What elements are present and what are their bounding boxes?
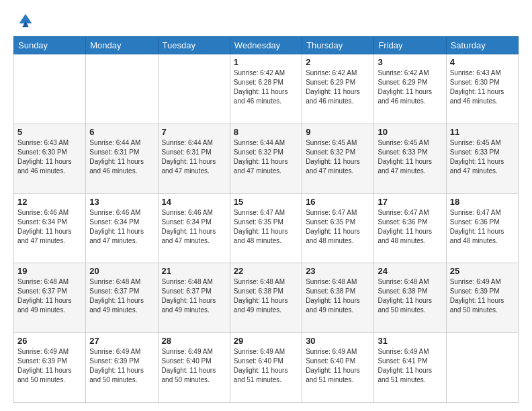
calendar-cell: 1Sunrise: 6:42 AMSunset: 6:28 PMDaylight…: [230, 54, 302, 124]
day-number: 1: [234, 57, 298, 67]
logo-icon: [16, 11, 35, 30]
day-number: 6: [89, 127, 154, 137]
cell-content: Sunrise: 6:49 AMSunset: 6:39 PMDaylight:…: [450, 277, 515, 315]
cell-content: Sunrise: 6:46 AMSunset: 6:34 PMDaylight:…: [17, 208, 82, 246]
calendar-cell: 7Sunrise: 6:44 AMSunset: 6:31 PMDaylight…: [158, 124, 230, 193]
calendar-cell: [446, 333, 518, 403]
calendar-cell: 15Sunrise: 6:47 AMSunset: 6:35 PMDayligh…: [230, 193, 302, 263]
calendar-day-header: Thursday: [302, 37, 374, 54]
calendar-cell: 22Sunrise: 6:48 AMSunset: 6:38 PMDayligh…: [230, 263, 302, 333]
day-number: 12: [17, 197, 82, 207]
calendar-day-header: Sunday: [14, 37, 86, 54]
calendar-table: SundayMondayTuesdayWednesdayThursdayFrid…: [13, 36, 519, 403]
calendar-day-header: Wednesday: [230, 37, 302, 54]
day-number: 29: [234, 336, 298, 346]
calendar-week-row: 19Sunrise: 6:48 AMSunset: 6:37 PMDayligh…: [14, 263, 519, 333]
cell-content: Sunrise: 6:49 AMSunset: 6:40 PMDaylight:…: [234, 347, 298, 385]
cell-content: Sunrise: 6:48 AMSunset: 6:38 PMDaylight:…: [234, 277, 298, 315]
cell-content: Sunrise: 6:47 AMSunset: 6:36 PMDaylight:…: [450, 208, 515, 246]
day-number: 26: [17, 336, 82, 346]
cell-content: Sunrise: 6:48 AMSunset: 6:37 PMDaylight:…: [89, 277, 154, 315]
day-number: 3: [378, 57, 442, 67]
calendar-cell: 14Sunrise: 6:46 AMSunset: 6:34 PMDayligh…: [158, 193, 230, 263]
cell-content: Sunrise: 6:49 AMSunset: 6:40 PMDaylight:…: [162, 347, 226, 385]
calendar-day-header: Friday: [374, 37, 446, 54]
calendar-cell: 19Sunrise: 6:48 AMSunset: 6:37 PMDayligh…: [14, 263, 86, 333]
calendar-header-row: SundayMondayTuesdayWednesdayThursdayFrid…: [14, 37, 519, 54]
calendar-day-header: Monday: [86, 37, 158, 54]
day-number: 11: [450, 127, 515, 137]
calendar-cell: 27Sunrise: 6:49 AMSunset: 6:39 PMDayligh…: [86, 333, 158, 403]
day-number: 4: [450, 57, 515, 67]
day-number: 30: [306, 336, 370, 346]
calendar-cell: 8Sunrise: 6:44 AMSunset: 6:32 PMDaylight…: [230, 124, 302, 193]
day-number: 5: [17, 127, 82, 137]
cell-content: Sunrise: 6:44 AMSunset: 6:32 PMDaylight:…: [234, 138, 298, 176]
calendar-cell: 17Sunrise: 6:47 AMSunset: 6:36 PMDayligh…: [374, 193, 446, 263]
cell-content: Sunrise: 6:47 AMSunset: 6:35 PMDaylight:…: [306, 208, 370, 246]
day-number: 23: [306, 266, 370, 276]
cell-content: Sunrise: 6:46 AMSunset: 6:34 PMDaylight:…: [89, 208, 154, 246]
calendar-cell: 3Sunrise: 6:42 AMSunset: 6:29 PMDaylight…: [374, 54, 446, 124]
calendar-week-row: 26Sunrise: 6:49 AMSunset: 6:39 PMDayligh…: [14, 333, 519, 403]
calendar-cell: 20Sunrise: 6:48 AMSunset: 6:37 PMDayligh…: [86, 263, 158, 333]
cell-content: Sunrise: 6:45 AMSunset: 6:32 PMDaylight:…: [306, 138, 370, 176]
day-number: 7: [162, 127, 226, 137]
day-number: 2: [306, 57, 370, 67]
cell-content: Sunrise: 6:47 AMSunset: 6:35 PMDaylight:…: [234, 208, 298, 246]
calendar-cell: 28Sunrise: 6:49 AMSunset: 6:40 PMDayligh…: [158, 333, 230, 403]
day-number: 14: [162, 197, 226, 207]
cell-content: Sunrise: 6:42 AMSunset: 6:28 PMDaylight:…: [234, 68, 298, 106]
day-number: 25: [450, 266, 515, 276]
page: SundayMondayTuesdayWednesdayThursdayFrid…: [0, 0, 532, 411]
cell-content: Sunrise: 6:46 AMSunset: 6:34 PMDaylight:…: [162, 208, 226, 246]
cell-content: Sunrise: 6:44 AMSunset: 6:31 PMDaylight:…: [89, 138, 154, 176]
cell-content: Sunrise: 6:49 AMSunset: 6:40 PMDaylight:…: [306, 347, 370, 385]
day-number: 17: [378, 197, 442, 207]
calendar-cell: [14, 54, 86, 124]
calendar-cell: 18Sunrise: 6:47 AMSunset: 6:36 PMDayligh…: [446, 193, 518, 263]
calendar-day-header: Tuesday: [158, 37, 230, 54]
calendar-week-row: 5Sunrise: 6:43 AMSunset: 6:30 PMDaylight…: [14, 124, 519, 193]
calendar-cell: 25Sunrise: 6:49 AMSunset: 6:39 PMDayligh…: [446, 263, 518, 333]
calendar-cell: [86, 54, 158, 124]
cell-content: Sunrise: 6:42 AMSunset: 6:29 PMDaylight:…: [378, 68, 442, 106]
calendar-cell: 30Sunrise: 6:49 AMSunset: 6:40 PMDayligh…: [302, 333, 374, 403]
cell-content: Sunrise: 6:48 AMSunset: 6:37 PMDaylight:…: [162, 277, 226, 315]
calendar-cell: 2Sunrise: 6:42 AMSunset: 6:29 PMDaylight…: [302, 54, 374, 124]
calendar-week-row: 1Sunrise: 6:42 AMSunset: 6:28 PMDaylight…: [14, 54, 519, 124]
cell-content: Sunrise: 6:43 AMSunset: 6:30 PMDaylight:…: [17, 138, 82, 176]
header: [13, 11, 519, 30]
calendar-cell: 21Sunrise: 6:48 AMSunset: 6:37 PMDayligh…: [158, 263, 230, 333]
calendar-cell: 5Sunrise: 6:43 AMSunset: 6:30 PMDaylight…: [14, 124, 86, 193]
cell-content: Sunrise: 6:43 AMSunset: 6:30 PMDaylight:…: [450, 68, 515, 106]
calendar-cell: 6Sunrise: 6:44 AMSunset: 6:31 PMDaylight…: [86, 124, 158, 193]
calendar-cell: 12Sunrise: 6:46 AMSunset: 6:34 PMDayligh…: [14, 193, 86, 263]
day-number: 20: [89, 266, 154, 276]
logo: [13, 11, 35, 30]
cell-content: Sunrise: 6:45 AMSunset: 6:33 PMDaylight:…: [450, 138, 515, 176]
calendar-cell: 9Sunrise: 6:45 AMSunset: 6:32 PMDaylight…: [302, 124, 374, 193]
day-number: 22: [234, 266, 298, 276]
calendar-cell: 10Sunrise: 6:45 AMSunset: 6:33 PMDayligh…: [374, 124, 446, 193]
cell-content: Sunrise: 6:48 AMSunset: 6:38 PMDaylight:…: [378, 277, 442, 315]
day-number: 10: [378, 127, 442, 137]
cell-content: Sunrise: 6:44 AMSunset: 6:31 PMDaylight:…: [162, 138, 226, 176]
calendar-week-row: 12Sunrise: 6:46 AMSunset: 6:34 PMDayligh…: [14, 193, 519, 263]
day-number: 16: [306, 197, 370, 207]
cell-content: Sunrise: 6:47 AMSunset: 6:36 PMDaylight:…: [378, 208, 442, 246]
day-number: 24: [378, 266, 442, 276]
day-number: 9: [306, 127, 370, 137]
day-number: 15: [234, 197, 298, 207]
day-number: 13: [89, 197, 154, 207]
calendar-cell: [158, 54, 230, 124]
cell-content: Sunrise: 6:45 AMSunset: 6:33 PMDaylight:…: [378, 138, 442, 176]
calendar-day-header: Saturday: [446, 37, 518, 54]
calendar-cell: 11Sunrise: 6:45 AMSunset: 6:33 PMDayligh…: [446, 124, 518, 193]
day-number: 19: [17, 266, 82, 276]
day-number: 21: [162, 266, 226, 276]
cell-content: Sunrise: 6:49 AMSunset: 6:39 PMDaylight:…: [17, 347, 82, 385]
calendar-cell: 16Sunrise: 6:47 AMSunset: 6:35 PMDayligh…: [302, 193, 374, 263]
cell-content: Sunrise: 6:48 AMSunset: 6:38 PMDaylight:…: [306, 277, 370, 315]
calendar-cell: 31Sunrise: 6:49 AMSunset: 6:41 PMDayligh…: [374, 333, 446, 403]
